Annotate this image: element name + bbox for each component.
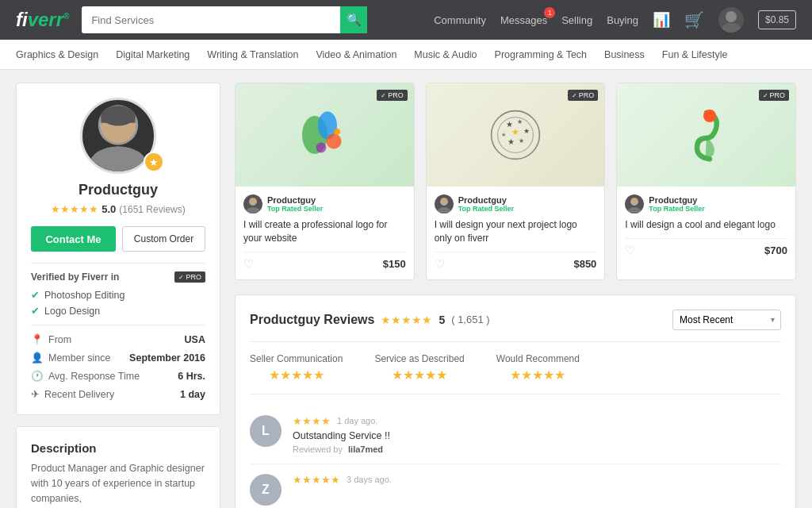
search-button[interactable]: 🔍: [340, 6, 367, 33]
review1-time: 1 day ago.: [337, 416, 377, 425]
checkmark-icon: ✓: [178, 274, 184, 281]
logo[interactable]: fiverr®: [16, 9, 69, 31]
reviews-title-row: Productguy Reviews ★★★★★ 5 ( 1,651 ): [250, 313, 490, 327]
svg-point-31: [631, 198, 638, 206]
gig1-top-rated: Top Rated Seller: [267, 205, 323, 213]
svg-text:★: ★: [511, 127, 519, 137]
gig-grid: ✓ PRO Productg: [235, 83, 796, 280]
nav-selling[interactable]: Selling: [561, 14, 592, 26]
gig3-heart-icon[interactable]: ♡: [625, 244, 635, 258]
cat-writing[interactable]: Writing & Translation: [207, 49, 298, 60]
gig-card-3[interactable]: ✓ PRO Productg: [616, 83, 796, 280]
gig1-check-icon: ✓: [381, 92, 386, 99]
profile-name: Productguy: [31, 182, 205, 198]
gig3-seller-row: Productguy Top Rated Seller: [625, 194, 787, 214]
reviews-stars: ★★★★★: [381, 314, 432, 326]
main-content: ★ Productguy ★★★★★ 5.0 (1651 Reviews) Co…: [0, 70, 812, 508]
breakdown-communication: Seller Communication ★★★★★: [250, 353, 343, 383]
sort-wrap: Most Recent Most Helpful Rating: High to…: [672, 310, 781, 330]
delivery-value: 1 day: [180, 389, 205, 400]
gig2-title: I will design your next project logo onl…: [435, 218, 597, 245]
gig1-heart-icon[interactable]: ♡: [243, 257, 254, 271]
cart-icon[interactable]: 🛒: [684, 10, 704, 29]
skill2-label: Logo Design: [44, 306, 100, 317]
member-label: Member since: [48, 352, 111, 364]
gig3-seller-name: Productguy: [649, 195, 704, 205]
user-avatar[interactable]: [718, 7, 744, 33]
gig1-price: $150: [383, 258, 406, 270]
cat-fun[interactable]: Fun & Lifestyle: [662, 49, 728, 60]
gig2-check-icon: ✓: [572, 92, 577, 99]
reviewed-by-label: Reviewed by: [293, 444, 343, 454]
review2-avatar: Z: [250, 474, 282, 506]
gig1-seller-info: Productguy Top Rated Seller: [267, 195, 323, 213]
gig2-image-svg: ★ ★ ★ ★ ★ ★ ★: [484, 103, 547, 167]
recommend-label: Would Recommend: [496, 353, 580, 364]
gig2-heart-icon[interactable]: ♡: [435, 257, 445, 271]
recommend-stars: ★★★★★: [510, 368, 565, 383]
response-row: 🕐 Avg. Response Time 6 Hrs.: [31, 370, 205, 382]
gig1-image-svg: [293, 103, 356, 167]
cat-programming[interactable]: Programming & Tech: [495, 49, 588, 60]
cat-music[interactable]: Music & Audio: [414, 49, 477, 60]
cat-video[interactable]: Video & Animation: [316, 49, 396, 60]
nav-buying[interactable]: Buying: [607, 14, 638, 26]
svg-point-10: [327, 133, 342, 148]
pro-tag: ✓ PRO: [174, 271, 205, 283]
svg-point-5: [90, 147, 147, 175]
cat-business[interactable]: Business: [604, 49, 645, 60]
delivery-label: Recent Delivery: [44, 389, 114, 400]
review1-meta: ★★★★ 1 day ago.: [293, 415, 781, 427]
skill2-check-icon: ✔: [31, 305, 40, 317]
sidebar: ★ Productguy ★★★★★ 5.0 (1651 Reviews) Co…: [16, 83, 220, 508]
contact-me-button[interactable]: Contact Me: [31, 226, 116, 252]
member-label-wrap: 👤 Member since: [31, 352, 111, 364]
reviews-title: Productguy Reviews: [250, 313, 374, 327]
reviewer-name: lila7med: [348, 444, 383, 454]
from-label-wrap: 📍 From: [31, 333, 71, 345]
gig1-avatar-svg: [243, 194, 262, 214]
gig2-seller-row: Productguy Top Rated Seller: [435, 194, 597, 214]
gig1-info: Productguy Top Rated Seller I will creat…: [236, 187, 414, 279]
response-label: Avg. Response Time: [48, 371, 140, 382]
chart-icon[interactable]: 📊: [653, 11, 670, 29]
user-avatar-img: [718, 7, 744, 33]
gig3-footer: ♡ $700: [625, 238, 787, 258]
custom-order-button[interactable]: Custom Order: [122, 226, 205, 252]
from-label: From: [48, 334, 71, 345]
sort-select[interactable]: Most Recent Most Helpful Rating: High to…: [672, 310, 781, 330]
communication-label: Seller Communication: [250, 353, 343, 364]
info-section: 📍 From USA 👤 Member since September 2016…: [31, 325, 205, 400]
review1-reviewer-wrap: Reviewed by lila7med: [293, 444, 781, 454]
gig-card-1[interactable]: ✓ PRO Productg: [235, 83, 415, 280]
review2-stars: ★★★★★: [293, 474, 340, 486]
member-value: September 2016: [129, 352, 205, 364]
search-input[interactable]: [82, 6, 367, 33]
gig2-pro-badge: ✓ PRO: [568, 90, 599, 101]
gig3-check-icon: ✓: [763, 92, 768, 99]
balance-button[interactable]: $0.85: [758, 10, 796, 29]
svg-text:★: ★: [519, 137, 524, 144]
communication-stars: ★★★★★: [269, 368, 324, 383]
gig2-price: $850: [573, 258, 596, 270]
gig3-info: Productguy Top Rated Seller I will desig…: [617, 187, 795, 266]
svg-text:★: ★: [501, 131, 506, 138]
pro-label: PRO: [186, 273, 201, 281]
skill-2: ✔ Logo Design: [31, 305, 205, 317]
gig2-footer: ♡ $850: [435, 252, 597, 271]
delivery-icon: ✈: [31, 388, 40, 400]
svg-text:★: ★: [517, 118, 523, 125]
svg-point-28: [703, 110, 716, 122]
gig1-seller-name: Productguy: [267, 195, 323, 205]
cat-digital[interactable]: Digital Marketing: [116, 49, 190, 60]
review1-avatar: L: [250, 415, 282, 447]
review2-avatar-letter: Z: [262, 483, 270, 497]
nav-messages[interactable]: Messages: [500, 14, 547, 26]
profile-score: 5.0: [102, 203, 116, 215]
reviews-header: Productguy Reviews ★★★★★ 5 ( 1,651 ) Mos…: [250, 310, 781, 342]
verified-section: Verified by Fiverr in ✓ PRO ✔ Photoshop …: [31, 263, 205, 317]
gig-card-2[interactable]: ★ ★ ★ ★ ★ ★ ★ ✓ PRO: [426, 83, 606, 280]
nav-community[interactable]: Community: [434, 14, 486, 26]
service-stars: ★★★★★: [392, 368, 447, 383]
cat-graphics[interactable]: Graphics & Design: [16, 49, 98, 60]
